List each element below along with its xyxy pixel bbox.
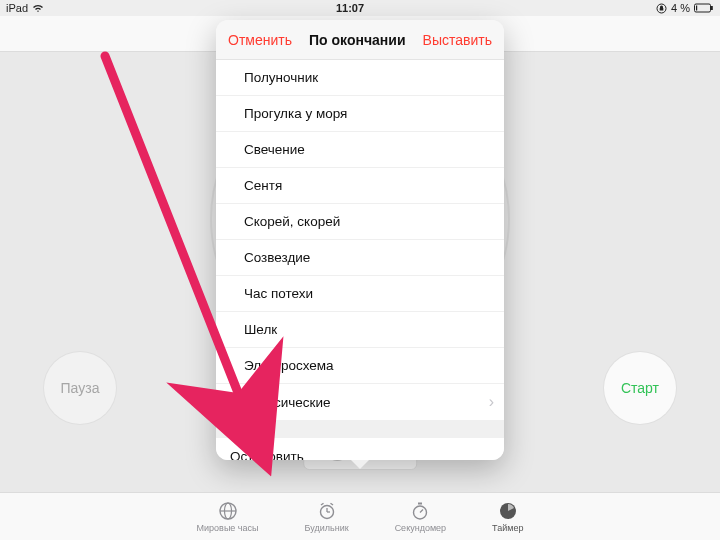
tab-label: Секундомер (395, 523, 446, 533)
list-item[interactable]: Шелк (216, 312, 504, 348)
status-bar: iPad 11:07 4 % (0, 0, 720, 16)
cancel-button[interactable]: Отменить (228, 32, 292, 48)
list-item[interactable]: Полуночник (216, 60, 504, 96)
svg-line-14 (420, 509, 423, 512)
globe-icon (218, 501, 238, 521)
list-item-label: Час потехи (244, 286, 313, 301)
svg-rect-3 (696, 6, 697, 11)
carrier-label: iPad (6, 2, 28, 14)
list-item-label: Сентя (244, 178, 282, 193)
orientation-lock-icon (656, 3, 667, 14)
tab-stopwatch[interactable]: Секундомер (395, 501, 446, 533)
sound-picker-popover: Отменить По окончании Выставить Полуночн… (216, 20, 504, 460)
chevron-right-icon: › (489, 393, 494, 411)
list-item[interactable]: Электросхема (216, 348, 504, 384)
stopwatch-icon (410, 501, 430, 521)
stop-playing-row[interactable]: Остановить (216, 438, 504, 460)
wifi-icon (32, 3, 44, 13)
tab-bar: Мировые часы Будильник Секундомер Таймер (0, 492, 720, 540)
tab-label: Мировые часы (197, 523, 259, 533)
timer-icon (498, 501, 518, 521)
stop-playing-label: Остановить (230, 449, 304, 461)
tab-world-clock[interactable]: Мировые часы (197, 501, 259, 533)
tab-label: Таймер (492, 523, 523, 533)
list-item[interactable]: Прогулка у моря (216, 96, 504, 132)
svg-line-11 (321, 503, 324, 505)
list-item-classic[interactable]: Классические › (216, 384, 504, 420)
battery-icon (694, 3, 714, 13)
section-gap (216, 420, 504, 438)
list-item-label: Созвездие (244, 250, 310, 265)
list-item[interactable]: Свечение (216, 132, 504, 168)
svg-rect-15 (418, 502, 422, 504)
status-time: 11:07 (44, 2, 656, 14)
svg-line-12 (330, 503, 333, 505)
list-item-label: Скорей, скорей (244, 214, 340, 229)
popover-header: Отменить По окончании Выставить (216, 20, 504, 60)
list-item[interactable]: Скорей, скорей (216, 204, 504, 240)
list-item[interactable]: Созвездие (216, 240, 504, 276)
list-item-label: Полуночник (244, 70, 318, 85)
list-item-label: Прогулка у моря (244, 106, 347, 121)
sound-list[interactable]: Полуночник Прогулка у моря Свечение Сент… (216, 60, 504, 420)
alarm-icon (317, 501, 337, 521)
list-item[interactable]: Час потехи (216, 276, 504, 312)
set-button[interactable]: Выставить (423, 32, 492, 48)
battery-text: 4 % (671, 2, 690, 14)
list-item-label: Шелк (244, 322, 277, 337)
svg-rect-2 (711, 6, 713, 10)
list-item-label: Электросхема (244, 358, 334, 373)
tab-alarm[interactable]: Будильник (305, 501, 349, 533)
tab-label: Будильник (305, 523, 349, 533)
popover-body: Полуночник Прогулка у моря Свечение Сент… (216, 60, 504, 460)
popover-title: По окончании (309, 32, 405, 48)
list-item[interactable]: Сентя (216, 168, 504, 204)
list-item-label: Классические (244, 395, 331, 410)
list-item-label: Свечение (244, 142, 305, 157)
tab-timer[interactable]: Таймер (492, 501, 523, 533)
